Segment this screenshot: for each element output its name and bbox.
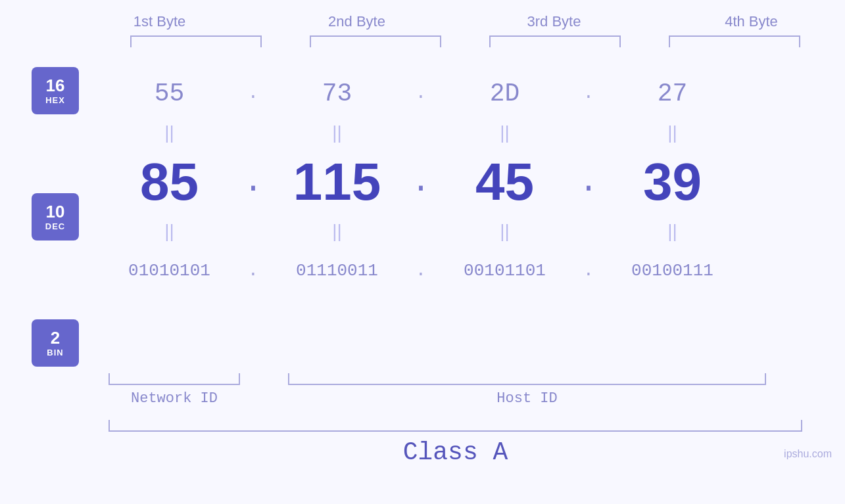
eq1-b3: ||: [441, 122, 569, 143]
byte4-header: 4th Byte: [653, 13, 846, 35]
dot-sep-hex-3: .: [569, 84, 608, 103]
eq1-b1: ||: [105, 122, 233, 143]
byte1-header: 1st Byte: [61, 13, 258, 35]
byte-headers: 1st Byte 2nd Byte 3rd Byte 4th Byte: [61, 13, 846, 35]
bracket-b1: [130, 35, 262, 47]
hex-b3: 2D: [441, 80, 569, 108]
dot-sep-dec-3: .: [569, 166, 608, 198]
dec-b3: 45: [441, 152, 569, 212]
bin-row: 01010101 . 01110011 . 00101101 . 0010011…: [105, 244, 832, 297]
equals-row-1: || || || ||: [105, 120, 832, 146]
network-id-label: Network ID: [109, 390, 240, 407]
dec-b4: 39: [608, 152, 736, 212]
eq2-b4: ||: [608, 221, 736, 242]
bracket-b2: [310, 35, 441, 47]
dot-sep-hex-2: .: [401, 84, 441, 103]
hex-badge-number: 16: [46, 76, 65, 95]
left-badges: 16 HEX 10 DEC 2 BIN: [32, 67, 79, 367]
bracket-b4: [669, 35, 800, 47]
dot-sep-bin-3: .: [569, 262, 608, 280]
content-area: 16 HEX 10 DEC 2 BIN 55 .: [0, 67, 845, 367]
network-bracket: [109, 373, 240, 385]
bin-badge: 2 BIN: [32, 319, 79, 367]
eq2-b1: ||: [105, 221, 233, 242]
dec-badge-number: 10: [46, 202, 65, 221]
eq1-b4: ||: [608, 122, 736, 143]
byte2-header: 2nd Byte: [258, 13, 456, 35]
hex-badge: 16 HEX: [32, 67, 79, 114]
byte3-header: 3rd Byte: [456, 13, 653, 35]
equals-row-2: || || || ||: [105, 218, 832, 244]
dot-sep-bin-1: .: [233, 262, 273, 280]
top-brackets: [130, 35, 824, 47]
class-label: Class A: [109, 438, 802, 467]
class-bracket: [109, 420, 802, 432]
hex-b4: 27: [608, 80, 736, 108]
bin-b2: 01110011: [273, 261, 401, 281]
host-id-label: Host ID: [288, 390, 766, 407]
dot-sep-hex-1: .: [233, 84, 273, 103]
host-bracket: [288, 373, 766, 385]
hex-b2: 73: [273, 80, 401, 108]
bin-badge-label: BIN: [47, 348, 63, 357]
bracket-b3: [489, 35, 621, 47]
dec-row: 85 . 115 . 45 . 39: [105, 146, 832, 218]
values-grid: 55 . 73 . 2D . 27 || ||: [105, 67, 832, 297]
main-container: 1st Byte 2nd Byte 3rd Byte 4th Byte 16 H…: [0, 0, 845, 504]
eq2-b2: ||: [273, 221, 401, 242]
hex-b1: 55: [105, 80, 233, 108]
dec-badge-label: DEC: [45, 221, 65, 231]
bin-b4: 00100111: [608, 261, 736, 281]
dec-b1: 85: [105, 152, 233, 212]
hex-row: 55 . 73 . 2D . 27: [105, 67, 832, 120]
dec-b2: 115: [273, 152, 401, 212]
eq1-b2: ||: [273, 122, 401, 143]
dot-sep-dec-2: .: [401, 166, 441, 198]
dec-badge: 10 DEC: [32, 193, 79, 241]
bin-b1: 01010101: [105, 261, 233, 281]
dot-sep-dec-1: .: [233, 166, 273, 198]
eq2-b3: ||: [441, 221, 569, 242]
bottom-brackets: [109, 373, 802, 385]
hex-badge-label: HEX: [45, 95, 65, 105]
dot-sep-bin-2: .: [401, 262, 441, 280]
bottom-section: Network ID Host ID Class A ipshu.com: [0, 373, 845, 467]
bin-b3: 00101101: [441, 261, 569, 281]
watermark: ipshu.com: [784, 448, 832, 460]
bottom-labels: Network ID Host ID: [109, 390, 802, 407]
bin-badge-number: 2: [51, 329, 60, 348]
